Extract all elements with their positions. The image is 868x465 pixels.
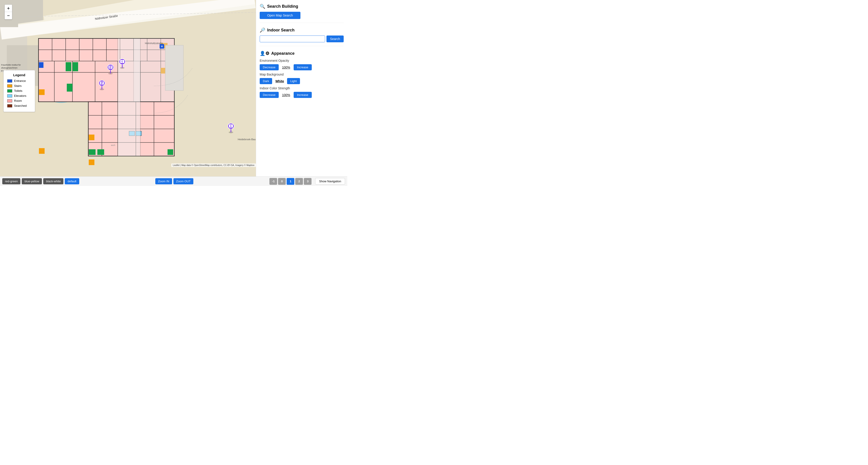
zoom-out-map-button[interactable]: Zoom OUT xyxy=(174,178,193,184)
indoor-search-row: Search xyxy=(260,35,344,42)
svg-text:Fraunhofer-Institut für: Fraunhofer-Institut für xyxy=(1,64,21,66)
indoor-search-icon: 🔎 xyxy=(260,27,265,33)
map-attribution: Leaflet | Map data © OpenStreetMap contr… xyxy=(172,164,256,167)
svg-rect-52 xyxy=(118,38,141,156)
appearance-icon: 👤⚙ xyxy=(260,51,270,56)
color-mode-default-button[interactable]: default xyxy=(65,178,79,184)
legend-panel: Legend Entrance Stairs Toilets Elevators… xyxy=(3,70,35,112)
indoor-color-label: Indoor Color Strength xyxy=(260,87,344,90)
appearance-section: 👤⚙ Appearance Environment Opacity Decrea… xyxy=(260,51,344,104)
search-building-icon: 🔍 xyxy=(260,4,265,9)
indoor-search-input[interactable] xyxy=(260,35,325,42)
svg-rect-49 xyxy=(89,160,94,165)
svg-rect-29 xyxy=(72,62,78,71)
bottom-toolbar: red-green blue-yellow black-white defaul… xyxy=(0,176,347,186)
toilets-color xyxy=(7,89,12,93)
indoor-search-section: 🔎 Indoor Search Search xyxy=(260,27,344,46)
svg-rect-33 xyxy=(39,89,44,95)
elevators-label: Elevators xyxy=(14,94,26,97)
indoor-search-title: 🔎 Indoor Search xyxy=(260,27,344,33)
zoom-in-map-button[interactable]: Zoom IN xyxy=(155,178,172,184)
appearance-title: 👤⚙ Appearance xyxy=(260,51,344,56)
legend-item-room: Room xyxy=(7,99,31,102)
floor-minus1-button[interactable]: -1 xyxy=(270,178,277,185)
toilets-label: Toilets xyxy=(14,89,23,93)
indoor-color-decrease-button[interactable]: Decrease xyxy=(260,92,279,98)
svg-text:H: H xyxy=(161,45,163,48)
map-bg-label: Map Background xyxy=(260,73,344,76)
legend-item-stairs: Stairs xyxy=(7,84,31,88)
stairs-color xyxy=(7,85,12,88)
zoom-controls: + − xyxy=(4,4,12,20)
svg-rect-47 xyxy=(167,149,173,155)
floor-buttons: -1 0 1 2 3 xyxy=(270,178,312,185)
elevators-color xyxy=(7,94,12,97)
svg-text:zkzeugmaschinen: zkzeugmaschinen xyxy=(1,67,18,69)
floor-2-button[interactable]: 2 xyxy=(295,178,303,185)
map-background: Nöthnitzer Straße Helmholtzstraße H xyxy=(0,0,256,176)
svg-rect-35 xyxy=(39,62,43,68)
map-container[interactable]: Nöthnitzer Straße Helmholtzstraße H xyxy=(0,0,256,176)
svg-rect-28 xyxy=(66,62,71,71)
svg-text:Heidebroek-Bau: Heidebroek-Bau xyxy=(238,138,256,141)
floor-1-button[interactable]: 1 xyxy=(287,178,294,185)
map-bg-controls: Dark White Light xyxy=(260,78,344,84)
color-mode-black-white-button[interactable]: black-white xyxy=(43,178,63,184)
svg-text:E: E xyxy=(122,60,123,63)
indoor-color-increase-button[interactable]: Increase xyxy=(293,92,312,98)
indoor-search-button[interactable]: Search xyxy=(327,35,344,42)
map-bg-light-button[interactable]: Light xyxy=(287,78,300,84)
legend-item-searched: Searched xyxy=(7,104,31,107)
svg-rect-30 xyxy=(67,84,72,92)
svg-text:asch: asch xyxy=(111,144,115,146)
zoom-out-button[interactable]: − xyxy=(5,12,12,19)
legend-item-elevators: Elevators xyxy=(7,94,31,97)
svg-rect-57 xyxy=(165,45,183,91)
entrance-color xyxy=(7,79,12,82)
env-opacity-label: Environment Opacity xyxy=(260,59,344,62)
env-opacity-decrease-button[interactable]: Decrease xyxy=(260,64,279,70)
svg-rect-48 xyxy=(89,135,94,140)
indoor-color-controls: Decrease 100% Increase xyxy=(260,92,344,98)
right-panel: 🔍 Search Building Open Map Search 🔎 Indo… xyxy=(256,0,347,176)
color-mode-red-green-button[interactable]: red-green xyxy=(2,178,20,184)
entrance-label: Entrance xyxy=(14,79,26,82)
zoom-in-button[interactable]: + xyxy=(5,5,12,12)
floor-3-button[interactable]: 3 xyxy=(304,178,312,185)
searched-label: Searched xyxy=(14,104,27,107)
map-bg-value: White xyxy=(274,79,285,83)
svg-rect-34 xyxy=(39,148,44,154)
searched-color xyxy=(7,104,12,107)
legend-item-entrance: Entrance xyxy=(7,79,31,82)
legend-title: Legend xyxy=(7,73,31,77)
show-navigation-button[interactable]: Show Navigation xyxy=(315,178,345,185)
svg-rect-46 xyxy=(97,149,104,155)
svg-rect-45 xyxy=(89,149,96,155)
env-opacity-increase-button[interactable]: Increase xyxy=(293,64,312,70)
indoor-color-value: 100% xyxy=(280,93,292,97)
room-color xyxy=(7,99,12,102)
env-opacity-controls: Decrease 100% Increase xyxy=(260,64,344,70)
search-building-section: 🔍 Search Building Open Map Search xyxy=(260,4,344,23)
room-label: Room xyxy=(14,99,22,102)
env-opacity-value: 100% xyxy=(280,66,292,69)
stairs-label: Stairs xyxy=(14,84,22,88)
open-map-search-button[interactable]: Open Map Search xyxy=(260,12,301,19)
svg-text:E: E xyxy=(230,125,232,127)
search-building-title: 🔍 Search Building xyxy=(260,4,344,9)
floor-0-button[interactable]: 0 xyxy=(278,178,286,185)
legend-item-toilets: Toilets xyxy=(7,89,31,93)
map-bg-dark-button[interactable]: Dark xyxy=(260,78,272,84)
color-mode-blue-yellow-button[interactable]: blue-yellow xyxy=(22,178,42,184)
